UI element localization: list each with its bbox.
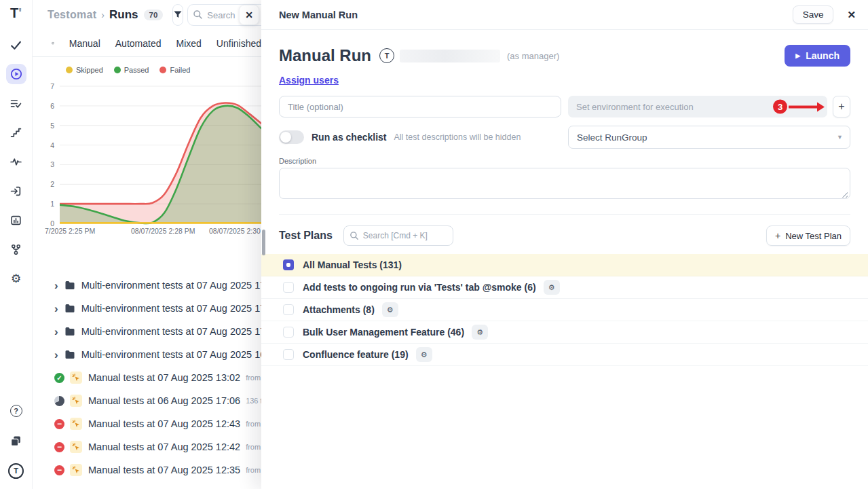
manual-run-icon	[70, 418, 82, 430]
tab-unfinished[interactable]: Unfinished	[216, 38, 261, 49]
save-button[interactable]: Save	[793, 5, 834, 24]
run-title: Manual tests at 07 Aug 2025 13:02	[88, 372, 240, 383]
rail-bottom: ? T	[6, 401, 26, 481]
checklist-label: Run as checklist	[312, 132, 387, 143]
runs-page: Testomat › Runs 70 ✕ Manual Automated Mi…	[33, 0, 261, 489]
test-plans-header: Test Plans + New Test Plan	[279, 225, 850, 246]
plan-settings-button[interactable]: ⚙	[472, 325, 488, 340]
profile-logo-icon[interactable]: T	[6, 460, 26, 481]
test-plans-search-input[interactable]	[343, 225, 453, 246]
plan-settings-button[interactable]: ⚙	[382, 302, 398, 317]
legend-item: Passed	[114, 66, 149, 74]
in-progress-status-icon	[54, 396, 64, 406]
assign-users-link[interactable]: Assign users	[279, 75, 339, 86]
tab-automated[interactable]: Automated	[115, 38, 162, 49]
test-plan-checkbox[interactable]	[283, 259, 294, 270]
rungroup-select[interactable]: Select RunGroup ▼	[568, 126, 850, 149]
launch-button[interactable]: ▶ Launch	[785, 45, 850, 67]
new-test-plan-button[interactable]: + New Test Plan	[766, 225, 850, 246]
run-title: Manual tests at 07 Aug 2025 12:35	[88, 465, 240, 475]
select-all-icon[interactable]	[52, 37, 54, 49]
plus-icon: +	[775, 230, 780, 241]
run-title: Multi-environment tests at 07 Aug 2025 1…	[81, 280, 261, 291]
test-plan-row[interactable]: Confluence feature (19)⚙	[261, 344, 868, 366]
run-row[interactable]: −Manual tests at 07 Aug 2025 12:42from C…	[33, 435, 261, 458]
run-source: from Custom	[246, 420, 261, 428]
add-environment-button[interactable]: +	[833, 96, 850, 117]
test-plan-row[interactable]: Add tests to ongoing run via 'Tests' tab…	[261, 276, 868, 299]
chevron-right-icon[interactable]: ›	[54, 303, 58, 314]
page-title: Runs	[109, 8, 138, 22]
checklist-toggle-row: Run as checklist All test descriptions w…	[279, 126, 561, 149]
run-group-row[interactable]: ›Multi-environment tests at 07 Aug 2025 …	[33, 320, 261, 343]
run-title: Manual Run	[279, 46, 371, 65]
run-group-row[interactable]: ›Multi-environment tests at 07 Aug 2025 …	[33, 274, 261, 297]
chevron-down-icon: ▼	[837, 134, 843, 141]
left-rail: T' ⚙	[0, 0, 33, 489]
runs-play-icon[interactable]	[6, 64, 26, 84]
tab-mixed[interactable]: Mixed	[176, 38, 201, 49]
test-plan-row[interactable]: Attachments (8)⚙	[261, 299, 868, 321]
gear-icon[interactable]: ⚙	[6, 268, 26, 289]
chart-legend: SkippedPassedFailed	[66, 65, 261, 75]
app-logo-icon[interactable]: T'	[10, 5, 22, 21]
description-label: Description	[279, 157, 850, 165]
test-plan-label: Add tests to ongoing run via 'Tests' tab…	[303, 282, 536, 293]
chart-plot	[60, 84, 261, 225]
run-title: Multi-environment tests at 07 Aug 2025 1…	[81, 349, 261, 360]
help-icon[interactable]: ?	[6, 401, 26, 421]
app-root: T' ⚙	[0, 0, 868, 489]
pulse-icon[interactable]	[6, 151, 26, 172]
run-row[interactable]: −Manual tests at 07 Aug 2025 12:43from C…	[33, 412, 261, 435]
run-title: Manual tests at 07 Aug 2025 12:43	[88, 418, 240, 429]
run-title: Multi-environment tests at 07 Aug 2025 1…	[81, 326, 261, 337]
tab-manual[interactable]: Manual	[69, 38, 100, 49]
x-tick-label: 08/07/2025 2:30 PM	[209, 227, 261, 235]
search-icon	[193, 10, 203, 20]
run-group-row[interactable]: ›Multi-environment tests at 07 Aug 2025 …	[33, 297, 261, 320]
test-plan-row[interactable]: All Manual Tests (131)	[261, 254, 868, 276]
play-icon: ▶	[795, 53, 800, 59]
scrollbar-thumb[interactable]	[262, 230, 265, 255]
branch-icon[interactable]	[6, 239, 26, 259]
test-plan-label: Attachments (8)	[303, 304, 375, 315]
breadcrumb-app[interactable]: Testomat	[48, 9, 96, 21]
y-tick-label: 2	[50, 180, 54, 188]
checklist-icon[interactable]	[6, 93, 26, 113]
test-plan-checkbox[interactable]	[283, 282, 294, 293]
steps-icon[interactable]	[6, 122, 26, 143]
chevron-right-icon[interactable]: ›	[54, 280, 58, 291]
environment-input[interactable]	[568, 96, 827, 117]
test-plan-row[interactable]: Bulk User Management Feature (46)⚙	[261, 321, 868, 344]
report-chart-icon[interactable]	[6, 210, 26, 230]
x-tick-label: 08/07/2025 2:28 PM	[131, 227, 195, 235]
run-row[interactable]: −Manual tests at 07 Aug 2025 12:35from C…	[33, 458, 261, 482]
redacted-username	[400, 50, 500, 62]
test-plan-checkbox[interactable]	[283, 304, 294, 315]
y-tick-label: 7	[50, 82, 54, 90]
title-input[interactable]	[279, 96, 561, 117]
filter-button[interactable]	[172, 4, 183, 26]
chevron-right-icon[interactable]: ›	[54, 349, 58, 361]
chevron-right-icon[interactable]: ›	[54, 326, 58, 338]
manual-run-icon	[70, 395, 82, 407]
test-plan-checkbox[interactable]	[283, 327, 294, 338]
run-as-checklist-toggle[interactable]	[279, 130, 304, 144]
manual-run-icon	[70, 441, 82, 453]
description-textarea[interactable]	[279, 168, 850, 199]
chart-y-axis: 01234567	[33, 84, 60, 225]
close-icon[interactable]: ✕	[847, 9, 856, 21]
import-icon[interactable]	[6, 181, 26, 201]
test-plan-checkbox[interactable]	[283, 349, 294, 360]
owner-role: (as manager)	[507, 51, 559, 61]
check-icon[interactable]	[6, 35, 26, 55]
run-group-row[interactable]: ›Multi-environment tests at 07 Aug 2025 …	[33, 343, 261, 366]
run-row[interactable]: ✓Manual tests at 07 Aug 2025 13:02from C…	[33, 366, 261, 389]
search-clear-button[interactable]: ✕	[239, 5, 259, 25]
plan-settings-button[interactable]: ⚙	[544, 280, 560, 295]
run-row[interactable]: Manual tests at 06 Aug 2025 17:06136 tes…	[33, 389, 261, 412]
plan-settings-button[interactable]: ⚙	[416, 347, 432, 362]
run-title: Multi-environment tests at 07 Aug 2025 1…	[81, 303, 261, 314]
copy-icon[interactable]	[6, 431, 26, 451]
folder-icon	[64, 327, 75, 336]
